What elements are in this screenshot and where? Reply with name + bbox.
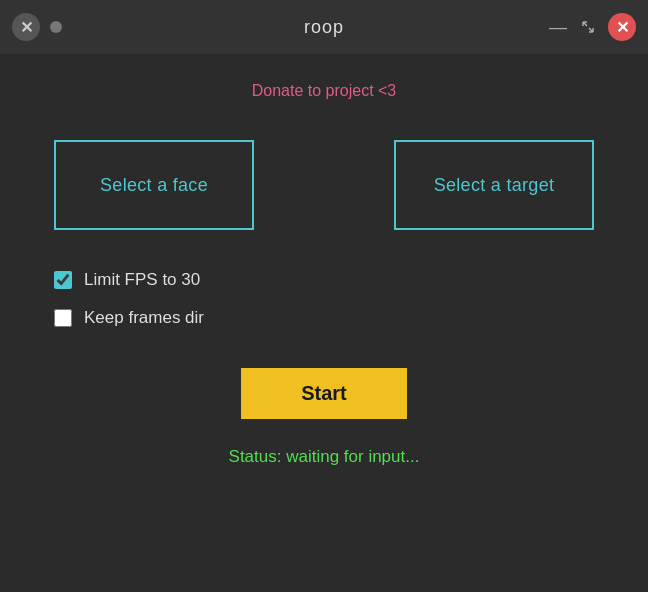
status-text: Status: waiting for input... <box>229 447 420 467</box>
title-dot <box>50 21 62 33</box>
keep-frames-row: Keep frames dir <box>54 308 594 328</box>
keep-frames-label: Keep frames dir <box>84 308 204 328</box>
start-button[interactable]: Start <box>241 368 407 419</box>
close-red-button[interactable]: ✕ <box>608 13 636 41</box>
limit-fps-checkbox[interactable] <box>54 271 72 289</box>
title-close-x-button[interactable]: ✕ <box>12 13 40 41</box>
limit-fps-label: Limit FPS to 30 <box>84 270 200 290</box>
select-target-button[interactable]: Select a target <box>394 140 594 230</box>
title-bar-left: ✕ <box>12 13 62 41</box>
limit-fps-row: Limit FPS to 30 <box>54 270 594 290</box>
window-title: roop <box>304 17 344 38</box>
options-section: Limit FPS to 30 Keep frames dir <box>54 270 594 328</box>
donate-text: Donate to project <3 <box>252 82 397 100</box>
main-content: Donate to project <3 Select a face Selec… <box>0 54 648 592</box>
select-face-button[interactable]: Select a face <box>54 140 254 230</box>
title-bar-right: — ✕ <box>548 13 636 41</box>
keep-frames-checkbox[interactable] <box>54 309 72 327</box>
title-bar: ✕ roop — ✕ <box>0 0 648 54</box>
minimize-button[interactable]: — <box>548 17 568 37</box>
buttons-row: Select a face Select a target <box>54 140 594 230</box>
maximize-button[interactable] <box>578 17 598 37</box>
